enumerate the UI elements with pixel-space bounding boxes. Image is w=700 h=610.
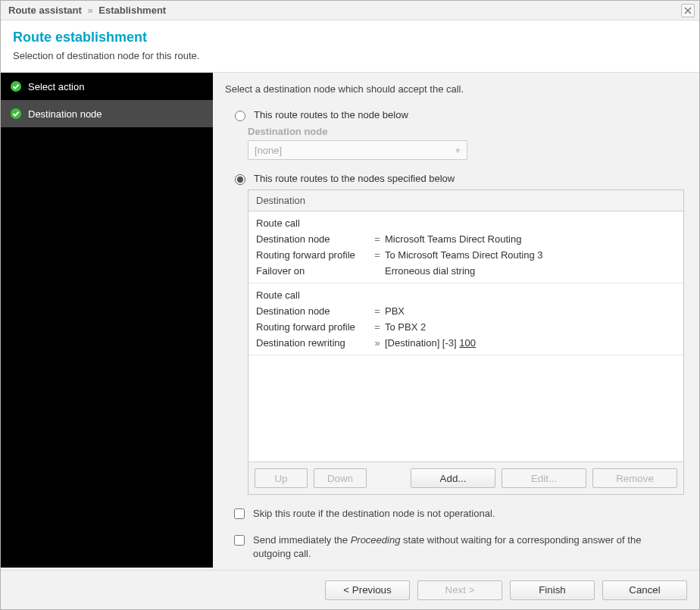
destination-table-empty-area [248, 355, 683, 461]
down-button[interactable]: Down [314, 468, 367, 488]
breadcrumb-part-2: Establishment [98, 5, 166, 16]
chevron-down-icon: ▾ [455, 145, 461, 156]
sidebar-item-label: Select action [28, 81, 84, 92]
destination-entry-title: Route call [256, 289, 676, 301]
radio-row-multi-node[interactable]: This route routes to the nodes specified… [231, 172, 687, 185]
destination-rewriting-value: [Destination] [-3] 100 [385, 337, 676, 349]
destination-entry[interactable]: Route call Destination node=PBX Routing … [248, 283, 683, 355]
previous-button[interactable]: < Previous [325, 580, 410, 600]
sidebar: Select action Destination node [1, 73, 213, 568]
radio-single-node[interactable] [235, 111, 245, 121]
next-button[interactable]: Next > [417, 580, 502, 600]
destination-table-header: Destination [248, 190, 683, 211]
destination-entry-details: Destination node=Microsoft Teams Direct … [256, 233, 676, 277]
radio-multi-node-label: This route routes to the nodes specified… [254, 173, 455, 184]
breadcrumb: Route assistant » Establishment [8, 5, 166, 16]
cancel-button[interactable]: Cancel [602, 580, 687, 600]
destination-node-select-value: [none] [255, 145, 282, 156]
single-node-block: Destination node [none] ▾ [248, 126, 687, 160]
proceeding-checkbox[interactable] [234, 535, 245, 546]
header: Route establishment Selection of destina… [1, 20, 699, 73]
breadcrumb-part-1: Route assistant [8, 5, 82, 16]
destination-entry-title: Route call [256, 217, 676, 229]
destination-node-field-label: Destination node [248, 126, 687, 137]
check-circle-icon [10, 80, 22, 92]
multi-node-block: Destination Route call Destination node=… [248, 189, 687, 495]
radio-row-single-node[interactable]: This route routes to the node below [231, 108, 687, 121]
titlebar: Route assistant » Establishment [1, 1, 699, 20]
destination-node-select[interactable]: [none] ▾ [248, 140, 467, 160]
page-subtitle: Selection of destination node for this r… [13, 50, 687, 61]
window: Route assistant » Establishment Route es… [0, 0, 700, 610]
finish-button[interactable]: Finish [510, 580, 595, 600]
skip-route-checkbox[interactable] [234, 508, 245, 519]
destination-table-footer: Up Down Add... Edit... Remove [248, 461, 683, 494]
radio-multi-node[interactable] [235, 174, 245, 185]
check-circle-icon [10, 108, 22, 120]
breadcrumb-separator: » [87, 5, 92, 16]
radio-single-node-label: This route routes to the node below [254, 109, 408, 120]
proceeding-label: Send immediately the Proceeding state wi… [253, 533, 662, 561]
destination-entry-details: Destination node=PBX Routing forward pro… [256, 305, 676, 349]
footer: < Previous Next > Finish Cancel [1, 570, 699, 609]
main-panel: Select a destination node which should a… [213, 73, 699, 568]
body: Select action Destination node Select a … [1, 73, 699, 568]
sidebar-item-destination-node[interactable]: Destination node [1, 100, 213, 127]
destination-entry[interactable]: Route call Destination node=Microsoft Te… [248, 211, 683, 283]
proceeding-checkbox-row[interactable]: Send immediately the Proceeding state wi… [231, 533, 687, 561]
up-button[interactable]: Up [255, 468, 308, 488]
sidebar-item-select-action[interactable]: Select action [1, 73, 213, 100]
remove-button[interactable]: Remove [592, 468, 677, 488]
skip-route-checkbox-row[interactable]: Skip this route if the destination node … [231, 507, 687, 521]
add-button[interactable]: Add... [411, 468, 495, 488]
sidebar-item-label: Destination node [28, 108, 102, 120]
instruction-text: Select a destination node which should a… [225, 83, 687, 95]
close-button[interactable] [681, 4, 695, 17]
page-title: Route establishment [13, 30, 687, 45]
destination-table: Destination Route call Destination node=… [248, 189, 684, 495]
edit-button[interactable]: Edit... [502, 468, 586, 488]
close-icon [684, 7, 692, 14]
skip-route-label: Skip this route if the destination node … [253, 507, 495, 521]
